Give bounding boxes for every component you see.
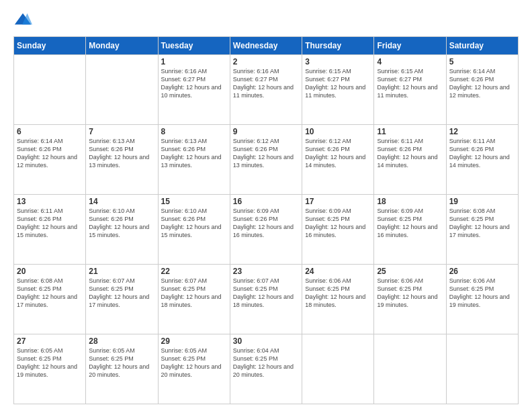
calendar-cell: 27Sunrise: 6:05 AM Sunset: 6:25 PM Dayli… bbox=[14, 334, 86, 404]
calendar-week-row: 6Sunrise: 6:14 AM Sunset: 6:26 PM Daylig… bbox=[14, 125, 519, 195]
calendar-cell: 25Sunrise: 6:06 AM Sunset: 6:25 PM Dayli… bbox=[374, 265, 446, 334]
logo bbox=[13, 11, 35, 30]
day-number: 30 bbox=[233, 336, 299, 346]
day-number: 18 bbox=[377, 197, 443, 206]
calendar-cell: 13Sunrise: 6:11 AM Sunset: 6:26 PM Dayli… bbox=[14, 195, 86, 265]
day-detail: Sunrise: 6:07 AM Sunset: 6:25 PM Dayligh… bbox=[161, 277, 227, 310]
day-number: 28 bbox=[89, 336, 154, 346]
weekday-header: Wednesday bbox=[230, 37, 302, 55]
calendar-cell: 10Sunrise: 6:12 AM Sunset: 6:26 PM Dayli… bbox=[302, 125, 374, 195]
calendar-table: SundayMondayTuesdayWednesdayThursdayFrid… bbox=[13, 36, 519, 404]
calendar-cell: 15Sunrise: 6:10 AM Sunset: 6:26 PM Dayli… bbox=[158, 195, 230, 265]
day-detail: Sunrise: 6:11 AM Sunset: 6:26 PM Dayligh… bbox=[377, 137, 443, 170]
calendar-cell: 17Sunrise: 6:09 AM Sunset: 6:25 PM Dayli… bbox=[302, 195, 374, 265]
calendar-cell: 28Sunrise: 6:05 AM Sunset: 6:25 PM Dayli… bbox=[86, 334, 158, 404]
page: SundayMondayTuesdayWednesdayThursdayFrid… bbox=[0, 0, 532, 411]
day-detail: Sunrise: 6:06 AM Sunset: 6:25 PM Dayligh… bbox=[305, 277, 371, 310]
day-detail: Sunrise: 6:13 AM Sunset: 6:26 PM Dayligh… bbox=[89, 137, 154, 170]
day-number: 14 bbox=[89, 197, 154, 206]
day-detail: Sunrise: 6:10 AM Sunset: 6:26 PM Dayligh… bbox=[161, 207, 227, 240]
day-detail: Sunrise: 6:14 AM Sunset: 6:26 PM Dayligh… bbox=[449, 67, 515, 100]
calendar-cell: 29Sunrise: 6:05 AM Sunset: 6:25 PM Dayli… bbox=[158, 334, 230, 404]
calendar-cell: 7Sunrise: 6:13 AM Sunset: 6:26 PM Daylig… bbox=[86, 125, 158, 195]
calendar-cell: 6Sunrise: 6:14 AM Sunset: 6:26 PM Daylig… bbox=[14, 125, 86, 195]
day-number: 22 bbox=[161, 267, 227, 276]
calendar-cell: 30Sunrise: 6:04 AM Sunset: 6:25 PM Dayli… bbox=[230, 334, 302, 404]
calendar-cell: 22Sunrise: 6:07 AM Sunset: 6:25 PM Dayli… bbox=[158, 265, 230, 334]
header bbox=[13, 11, 519, 30]
day-number: 8 bbox=[161, 127, 227, 136]
day-number: 29 bbox=[161, 336, 227, 346]
calendar-body: 1Sunrise: 6:16 AM Sunset: 6:27 PM Daylig… bbox=[14, 55, 519, 404]
calendar-cell: 20Sunrise: 6:08 AM Sunset: 6:25 PM Dayli… bbox=[14, 265, 86, 334]
day-number: 7 bbox=[89, 127, 154, 136]
calendar-cell bbox=[446, 334, 518, 404]
calendar-cell: 16Sunrise: 6:09 AM Sunset: 6:26 PM Dayli… bbox=[230, 195, 302, 265]
calendar-cell: 3Sunrise: 6:15 AM Sunset: 6:27 PM Daylig… bbox=[302, 55, 374, 125]
calendar-cell: 23Sunrise: 6:07 AM Sunset: 6:25 PM Dayli… bbox=[230, 265, 302, 334]
day-detail: Sunrise: 6:13 AM Sunset: 6:26 PM Dayligh… bbox=[161, 137, 227, 170]
day-number: 6 bbox=[17, 127, 83, 136]
day-detail: Sunrise: 6:16 AM Sunset: 6:27 PM Dayligh… bbox=[233, 67, 299, 100]
day-detail: Sunrise: 6:15 AM Sunset: 6:27 PM Dayligh… bbox=[305, 67, 371, 100]
weekday-header: Friday bbox=[374, 37, 446, 55]
weekday-header: Sunday bbox=[14, 37, 86, 55]
weekday-header: Tuesday bbox=[158, 37, 230, 55]
day-detail: Sunrise: 6:11 AM Sunset: 6:26 PM Dayligh… bbox=[17, 207, 83, 240]
calendar-week-row: 13Sunrise: 6:11 AM Sunset: 6:26 PM Dayli… bbox=[14, 195, 519, 265]
day-number: 1 bbox=[161, 57, 227, 66]
calendar-cell: 5Sunrise: 6:14 AM Sunset: 6:26 PM Daylig… bbox=[446, 55, 518, 125]
weekday-row: SundayMondayTuesdayWednesdayThursdayFrid… bbox=[14, 37, 519, 55]
calendar-week-row: 27Sunrise: 6:05 AM Sunset: 6:25 PM Dayli… bbox=[14, 334, 519, 404]
calendar-cell: 21Sunrise: 6:07 AM Sunset: 6:25 PM Dayli… bbox=[86, 265, 158, 334]
day-number: 26 bbox=[449, 267, 515, 276]
calendar-cell: 14Sunrise: 6:10 AM Sunset: 6:26 PM Dayli… bbox=[86, 195, 158, 265]
calendar-cell bbox=[86, 55, 158, 125]
day-number: 9 bbox=[233, 127, 299, 136]
day-detail: Sunrise: 6:15 AM Sunset: 6:27 PM Dayligh… bbox=[377, 67, 443, 100]
day-number: 4 bbox=[377, 57, 443, 66]
day-number: 5 bbox=[449, 57, 515, 66]
day-detail: Sunrise: 6:09 AM Sunset: 6:25 PM Dayligh… bbox=[377, 207, 443, 240]
day-detail: Sunrise: 6:05 AM Sunset: 6:25 PM Dayligh… bbox=[161, 347, 227, 379]
day-number: 15 bbox=[161, 197, 227, 206]
logo-icon bbox=[13, 11, 32, 30]
day-detail: Sunrise: 6:16 AM Sunset: 6:27 PM Dayligh… bbox=[161, 67, 227, 100]
day-detail: Sunrise: 6:06 AM Sunset: 6:25 PM Dayligh… bbox=[377, 277, 443, 310]
day-number: 27 bbox=[17, 336, 83, 346]
day-number: 24 bbox=[305, 267, 371, 276]
calendar-week-row: 1Sunrise: 6:16 AM Sunset: 6:27 PM Daylig… bbox=[14, 55, 519, 125]
calendar-cell: 4Sunrise: 6:15 AM Sunset: 6:27 PM Daylig… bbox=[374, 55, 446, 125]
calendar-header: SundayMondayTuesdayWednesdayThursdayFrid… bbox=[14, 37, 519, 55]
day-number: 3 bbox=[305, 57, 371, 66]
day-detail: Sunrise: 6:07 AM Sunset: 6:25 PM Dayligh… bbox=[233, 277, 299, 310]
day-detail: Sunrise: 6:05 AM Sunset: 6:25 PM Dayligh… bbox=[17, 347, 83, 379]
day-number: 23 bbox=[233, 267, 299, 276]
day-detail: Sunrise: 6:12 AM Sunset: 6:26 PM Dayligh… bbox=[305, 137, 371, 170]
day-number: 13 bbox=[17, 197, 83, 206]
calendar-cell: 12Sunrise: 6:11 AM Sunset: 6:26 PM Dayli… bbox=[446, 125, 518, 195]
calendar-week-row: 20Sunrise: 6:08 AM Sunset: 6:25 PM Dayli… bbox=[14, 265, 519, 334]
day-detail: Sunrise: 6:07 AM Sunset: 6:25 PM Dayligh… bbox=[89, 277, 154, 310]
day-number: 17 bbox=[305, 197, 371, 206]
calendar-cell: 8Sunrise: 6:13 AM Sunset: 6:26 PM Daylig… bbox=[158, 125, 230, 195]
calendar-cell: 9Sunrise: 6:12 AM Sunset: 6:26 PM Daylig… bbox=[230, 125, 302, 195]
day-detail: Sunrise: 6:12 AM Sunset: 6:26 PM Dayligh… bbox=[233, 137, 299, 170]
weekday-header: Saturday bbox=[446, 37, 518, 55]
day-number: 12 bbox=[449, 127, 515, 136]
weekday-header: Thursday bbox=[302, 37, 374, 55]
day-detail: Sunrise: 6:11 AM Sunset: 6:26 PM Dayligh… bbox=[449, 137, 515, 170]
day-detail: Sunrise: 6:04 AM Sunset: 6:25 PM Dayligh… bbox=[233, 347, 299, 379]
calendar-cell: 26Sunrise: 6:06 AM Sunset: 6:25 PM Dayli… bbox=[446, 265, 518, 334]
day-detail: Sunrise: 6:09 AM Sunset: 6:26 PM Dayligh… bbox=[233, 207, 299, 240]
day-number: 10 bbox=[305, 127, 371, 136]
day-number: 11 bbox=[377, 127, 443, 136]
day-detail: Sunrise: 6:05 AM Sunset: 6:25 PM Dayligh… bbox=[89, 347, 154, 379]
day-detail: Sunrise: 6:10 AM Sunset: 6:26 PM Dayligh… bbox=[89, 207, 154, 240]
day-number: 20 bbox=[17, 267, 83, 276]
calendar-cell bbox=[302, 334, 374, 404]
calendar-cell: 11Sunrise: 6:11 AM Sunset: 6:26 PM Dayli… bbox=[374, 125, 446, 195]
calendar-cell: 18Sunrise: 6:09 AM Sunset: 6:25 PM Dayli… bbox=[374, 195, 446, 265]
calendar-cell: 2Sunrise: 6:16 AM Sunset: 6:27 PM Daylig… bbox=[230, 55, 302, 125]
day-detail: Sunrise: 6:09 AM Sunset: 6:25 PM Dayligh… bbox=[305, 207, 371, 240]
